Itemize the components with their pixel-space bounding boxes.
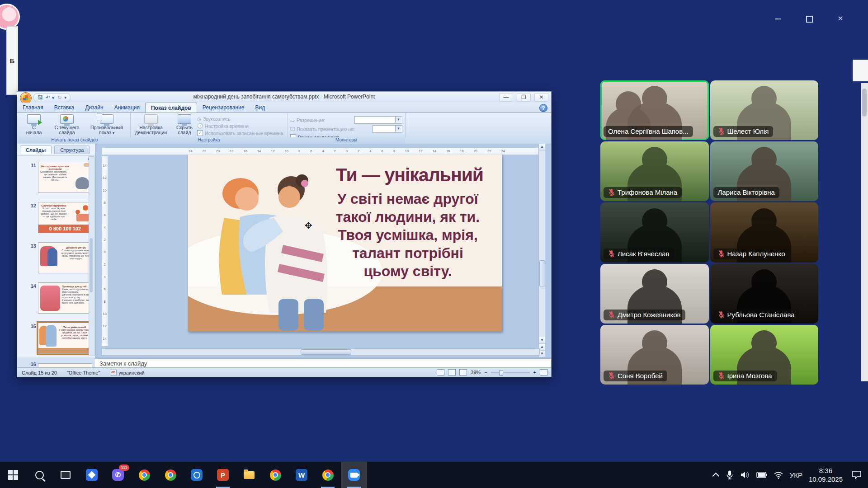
slide-thumbnail-15-selected[interactable]: Ти — унікальний У світі немає другої так… (38, 323, 92, 354)
use-timings-checkbox[interactable]: ✓ (197, 130, 203, 136)
background-scrollbar-thumb[interactable] (862, 89, 867, 117)
zoom-participant-tile[interactable]: Олена Сергіївна Шапов... (600, 80, 709, 140)
vertical-scrollbar-thumb[interactable] (539, 260, 545, 286)
zoom-participant-tile[interactable]: Лариса Вікторівна (710, 141, 819, 201)
resolution-dropdown[interactable] (354, 116, 402, 124)
taskbar-viber[interactable]: ✆ 111 (105, 462, 131, 488)
task-view-button[interactable] (52, 462, 79, 488)
zoom-participant-tile[interactable]: Дмитро Кожевников (600, 264, 709, 324)
slide-canvas[interactable]: Ти — унікальний У світі немає другоїтако… (188, 155, 502, 332)
taskbar-powerpoint[interactable]: P (210, 462, 236, 488)
zoom-maximize-button[interactable] (803, 14, 816, 23)
ribbon-tab[interactable]: Рецензирование (197, 103, 250, 112)
tab-slides[interactable]: Слайды (20, 145, 52, 154)
language-indicator[interactable]: украинский (118, 370, 144, 375)
slide-thumbnail-14[interactable]: Приклади для дітей Учень, якого підтрима… (38, 282, 92, 314)
ribbon-tab[interactable]: Анимация (109, 103, 145, 112)
from-beginning-button[interactable]: Сначала (19, 113, 49, 135)
horizontal-scrollbar-thumb[interactable] (301, 349, 351, 355)
zoom-participant-tile[interactable]: Ірина Мозгова (710, 325, 819, 385)
taskbar-browser-3[interactable] (262, 462, 288, 488)
zoom-participant-tile[interactable]: Шелест Юлія (710, 80, 819, 140)
rehearse-timings-button[interactable]: 🕓Настройка времени (197, 123, 283, 129)
ribbon-tab[interactable]: Вид (250, 103, 270, 112)
zoom-close-button[interactable]: ✕ (834, 14, 847, 23)
use-timings-checkbox-row[interactable]: ✓ Использовать записанные времена (197, 130, 283, 136)
scroll-down-icon[interactable]: ▼ (539, 337, 545, 344)
taskbar-pinned-app[interactable] (79, 462, 105, 488)
slide-thumbnail-13[interactable]: Доброта рятує Слово підтримки може вряту… (38, 242, 92, 273)
taskbar-media-app[interactable] (184, 462, 210, 488)
zoom-in-button[interactable]: + (533, 370, 536, 375)
zoom-percentage[interactable]: 39% (471, 370, 481, 375)
tray-speaker-icon[interactable] (740, 471, 750, 479)
theme-name[interactable]: "Office Theme" (67, 370, 100, 375)
zoom-participant-tile[interactable]: Соня Воробей (600, 325, 709, 385)
from-current-slide-button[interactable]: С текущегослайда (49, 113, 85, 135)
slideshow-view-button[interactable] (459, 369, 467, 375)
zoom-participant-tile[interactable]: Трифонова Мілана (600, 141, 709, 201)
group-caption[interactable]: Начать показ слайдов (19, 137, 130, 143)
taskbar-browser-1[interactable] (131, 462, 157, 488)
ribbon-tab[interactable]: Показ слайдов (145, 103, 197, 113)
slide-thumbnail-12[interactable]: Служби підтримки У світі та в Україні іс… (38, 202, 92, 233)
taskbar-search-button[interactable] (26, 462, 52, 488)
ribbon-tab[interactable]: Дизайн (80, 103, 108, 112)
powerpoint-titlebar[interactable]: 🖫 ↶ ▾ ↻ ▾ міжнародний день запобігання с… (17, 92, 551, 103)
taskbar-file-explorer[interactable] (236, 462, 262, 488)
zoom-participant-tile[interactable]: Рубльова Станіслава (710, 264, 819, 324)
taskbar-browser-2[interactable] (157, 462, 184, 488)
tab-outline[interactable]: Структура (54, 145, 90, 154)
custom-slideshow-button[interactable]: Произвольный показ ▾ (85, 113, 128, 136)
slides-pane-scrollbar[interactable] (89, 156, 94, 356)
group-caption[interactable]: Мониторы (288, 137, 405, 143)
normal-view-button[interactable] (437, 369, 444, 375)
zoom-minimize-button[interactable] (771, 14, 784, 23)
scroll-up-icon[interactable]: ▲ (539, 144, 545, 150)
vertical-scrollbar[interactable]: ▲ ▼ ▲ ▼ (538, 144, 545, 357)
previous-slide-button[interactable]: ▲ (539, 344, 545, 351)
tray-battery-icon[interactable] (756, 472, 767, 478)
ppt-close-button[interactable]: ✕ (534, 93, 548, 102)
fit-to-window-button[interactable] (540, 369, 547, 375)
help-icon[interactable]: ? (539, 104, 547, 112)
slide-body-text[interactable]: У світі немає другоїтакої людини, як ти.… (316, 190, 500, 280)
slide-thumbnail-11[interactable]: Не соромно просити допомоги Справжня смі… (38, 162, 92, 193)
slides-pane-scrollbar-thumb[interactable] (90, 238, 93, 292)
zoom-participant-tile[interactable]: Назар Каплуненко (710, 202, 819, 262)
ribbon-tab[interactable]: Главная (17, 103, 49, 112)
notification-center-icon[interactable] (852, 470, 862, 479)
ppt-restore-button[interactable]: ❐ (517, 93, 531, 102)
tray-expand-icon[interactable] (712, 472, 719, 479)
taskbar-clock[interactable]: 8:36 10.09.2025 (809, 466, 843, 483)
background-scrollbar[interactable] (861, 83, 868, 381)
horizontal-ruler[interactable]: 2422201816141210864202468101214161820222… (101, 147, 540, 155)
setup-slideshow-button[interactable]: Настройкадемонстрации (130, 113, 172, 135)
tray-mic-icon[interactable] (726, 470, 734, 479)
zoom-slider[interactable] (491, 372, 530, 373)
ruler-number: 0 (346, 149, 348, 153)
vertical-ruler[interactable]: 141210864202468101214 (101, 156, 108, 347)
hide-slide-button[interactable]: Скрытьслайд (172, 113, 197, 135)
zoom-participant-tile[interactable]: Лисак В'ячеслав (600, 202, 709, 262)
monitor-dropdown[interactable] (373, 125, 402, 133)
horizontal-scrollbar[interactable] (101, 348, 540, 356)
language-switcher[interactable]: УКР (790, 471, 802, 479)
ppt-minimize-button[interactable]: — (499, 93, 513, 102)
tray-wifi-icon[interactable] (774, 471, 783, 479)
taskbar-word[interactable]: W (288, 462, 315, 488)
taskbar-browser-4[interactable] (315, 462, 341, 488)
spellcheck-icon[interactable]: ab (110, 370, 117, 375)
group-caption[interactable]: Настройка (130, 137, 288, 143)
start-button[interactable] (0, 462, 26, 488)
search-icon (35, 471, 44, 479)
taskbar-zoom[interactable] (341, 462, 367, 488)
slide-sorter-view-button[interactable] (448, 369, 456, 375)
ruler-number: 14 (433, 149, 436, 153)
zoom-out-button[interactable]: − (484, 370, 487, 375)
record-narration-button[interactable]: ◷Звукозапись (197, 116, 283, 122)
slide-title[interactable]: Ти — унікальний (319, 164, 500, 186)
next-slide-button[interactable]: ▼ (539, 351, 545, 357)
zoom-slider-thumb[interactable] (499, 370, 503, 376)
ribbon-tab[interactable]: Вставка (49, 103, 80, 112)
